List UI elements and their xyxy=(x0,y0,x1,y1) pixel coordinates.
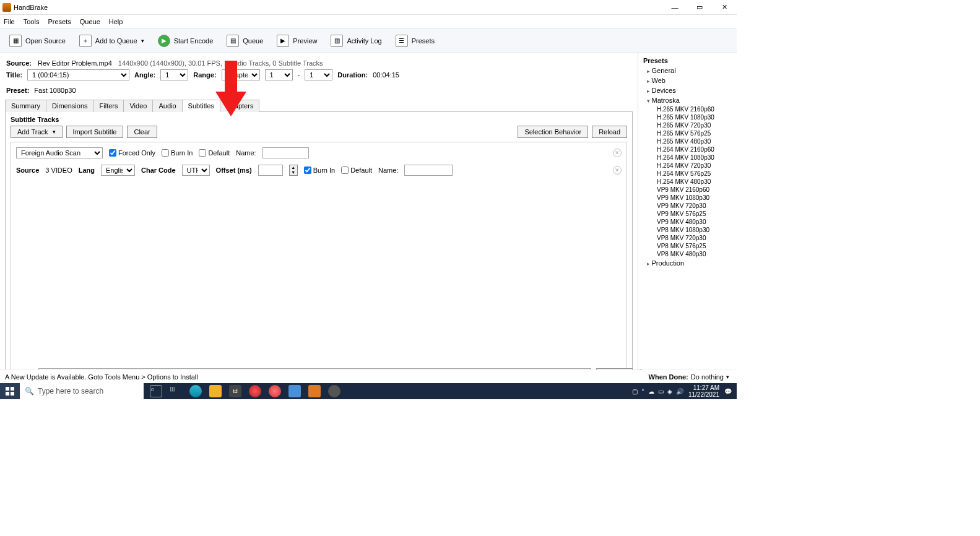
minimize-button[interactable]: — xyxy=(662,0,687,15)
app-icon-4[interactable] xyxy=(308,385,321,397)
when-done[interactable]: When Done: Do nothing ▾ xyxy=(649,373,729,381)
preset-group-production[interactable]: Production xyxy=(641,258,734,268)
wifi-icon[interactable]: ◈ xyxy=(667,388,672,395)
titlebar: HandBrake — ▭ ✕ xyxy=(0,0,737,15)
app-icon-1[interactable] xyxy=(249,385,261,397)
add-track-button[interactable]: Add Track xyxy=(11,126,63,138)
tab-audio[interactable]: Audio xyxy=(152,100,182,112)
tray-chevron-icon[interactable]: ˄ xyxy=(641,388,644,395)
preset-item[interactable]: VP9 MKV 720p30 xyxy=(641,202,734,210)
default-checkbox-1[interactable]: Default xyxy=(199,149,230,157)
preset-item[interactable]: H.265 MKV 2160p60 xyxy=(641,105,734,113)
preset-item[interactable]: H.264 MKV 1080p30 xyxy=(641,153,734,162)
edge-icon[interactable] xyxy=(189,385,202,397)
burn-in-checkbox-2[interactable]: Burn In xyxy=(304,166,335,174)
tab-video[interactable]: Video xyxy=(123,100,153,112)
taskbar-clock[interactable]: 11:27 AM 11/22/2021 xyxy=(688,384,719,398)
delete-track-button-2[interactable]: ✕ xyxy=(613,166,622,175)
preset-item[interactable]: VP9 MKV 1080p30 xyxy=(641,194,734,202)
forced-only-checkbox[interactable]: Forced Only xyxy=(109,149,155,157)
add-to-queue-button[interactable]: ＋ Add to Queue ▾ xyxy=(74,32,150,50)
preset-item[interactable]: H.264 MKV 2160p60 xyxy=(641,145,734,153)
add-queue-icon: ＋ xyxy=(79,35,92,47)
range-type-select[interactable]: Chapters xyxy=(222,69,260,80)
cloud-icon[interactable]: ☁ xyxy=(648,388,654,395)
tab-summary[interactable]: Summary xyxy=(5,100,46,112)
preset-item[interactable]: H.264 MKV 480p30 xyxy=(641,178,734,186)
notification-icon[interactable]: 💬 xyxy=(724,388,732,395)
svg-rect-3 xyxy=(11,392,14,396)
source-value-2: 3 VIDEO xyxy=(45,166,72,174)
title-select[interactable]: 1 (00:04:15) xyxy=(27,69,129,80)
angle-select[interactable]: 1 xyxy=(160,69,188,80)
range-from-select[interactable]: 1 xyxy=(265,69,293,80)
app-icon-3[interactable] xyxy=(288,385,301,397)
menu-help[interactable]: Help xyxy=(109,18,123,25)
track-name-input-2[interactable] xyxy=(404,165,453,176)
maximize-button[interactable]: ▭ xyxy=(687,0,712,15)
preset-item[interactable]: VP9 MKV 2160p60 xyxy=(641,186,734,194)
close-window-button[interactable]: ✕ xyxy=(712,0,737,15)
windows-taskbar: 🔍 Type here to search ○ ⊞ td ▢ ˄ ☁ ▭ ◈ 🔊 xyxy=(0,383,737,399)
preset-item[interactable]: H.264 MKV 720p30 xyxy=(641,162,734,170)
tab-chapters[interactable]: Chapters xyxy=(220,100,260,112)
queue-button[interactable]: ▤ Queue xyxy=(221,32,269,50)
preset-item[interactable]: H.265 MKV 576p25 xyxy=(641,129,734,137)
tab-dimensions[interactable]: Dimensions xyxy=(46,100,93,112)
menu-presets[interactable]: Presets xyxy=(48,18,71,25)
preset-item[interactable]: VP8 MKV 1080p30 xyxy=(641,226,734,234)
tray-overflow-icon[interactable]: ▢ xyxy=(632,388,638,395)
clear-button[interactable]: Clear xyxy=(127,126,157,138)
preset-item[interactable]: VP8 MKV 480p30 xyxy=(641,250,734,258)
preset-item[interactable]: VP8 MKV 720p30 xyxy=(641,234,734,242)
task-view-icon[interactable]: ○ xyxy=(150,385,162,397)
offset-stepper[interactable]: ▲▼ xyxy=(289,165,298,176)
delete-track-button-1[interactable]: ✕ xyxy=(613,149,622,157)
range-to-select[interactable]: 1 xyxy=(305,69,332,80)
tab-filters[interactable]: Filters xyxy=(93,100,124,112)
menu-tools[interactable]: Tools xyxy=(24,18,40,25)
source-file: Rev Editor Problem.mp4 xyxy=(38,59,112,67)
open-source-button[interactable]: ▦ Open Source xyxy=(4,32,71,50)
preset-item[interactable]: VP9 MKV 480p30 xyxy=(641,218,734,226)
lang-select[interactable]: English xyxy=(101,165,135,176)
queue-icon: ▤ xyxy=(227,35,239,47)
preset-item[interactable]: H.265 MKV 1080p30 xyxy=(641,113,734,121)
burn-in-checkbox-1[interactable]: Burn In xyxy=(162,149,193,157)
selection-behavior-button[interactable]: Selection Behavior xyxy=(518,126,588,138)
preset-item[interactable]: H.264 MKV 576p25 xyxy=(641,170,734,178)
preview-button[interactable]: ▶ Preview xyxy=(271,32,323,50)
charcode-select[interactable]: UTF-8 xyxy=(182,165,210,176)
preset-group-web[interactable]: Web xyxy=(641,76,734,85)
track-name-input-1[interactable] xyxy=(262,147,309,158)
preset-item[interactable]: VP9 MKV 576p25 xyxy=(641,210,734,218)
start-button[interactable] xyxy=(0,383,20,399)
battery-icon[interactable]: ▭ xyxy=(658,388,664,395)
activity-log-button[interactable]: ▥ Activity Log xyxy=(325,32,387,50)
presets-button[interactable]: ☰ Presets xyxy=(390,32,440,50)
menu-queue[interactable]: Queue xyxy=(80,18,100,25)
cortana-icon[interactable]: ⊞ xyxy=(170,385,182,397)
preset-item[interactable]: H.265 MKV 480p30 xyxy=(641,137,734,145)
preset-group-general[interactable]: General xyxy=(641,66,734,76)
app-icon-td[interactable]: td xyxy=(229,385,241,397)
track-source-select[interactable]: Foreign Audio Scan xyxy=(16,147,103,158)
chevron-down-icon: ▾ xyxy=(141,38,144,44)
preset-group-devices[interactable]: Devices xyxy=(641,85,734,95)
taskbar-search[interactable]: 🔍 Type here to search xyxy=(20,383,144,399)
app-icon-2[interactable] xyxy=(269,385,281,397)
app-icon-5[interactable] xyxy=(328,385,340,397)
preset-item[interactable]: VP8 MKV 576p25 xyxy=(641,242,734,250)
subtitle-track-row: Source 3 VIDEO Lang English Char Code UT… xyxy=(16,165,622,176)
offset-input[interactable] xyxy=(258,165,283,176)
start-encode-button[interactable]: ▶ Start Encode xyxy=(152,32,219,50)
volume-icon[interactable]: 🔊 xyxy=(676,388,683,395)
import-subtitle-button[interactable]: Import Subtitle xyxy=(66,126,124,138)
explorer-icon[interactable] xyxy=(209,385,222,397)
default-checkbox-2[interactable]: Default xyxy=(341,166,372,174)
menu-file[interactable]: File xyxy=(4,18,15,25)
reload-button[interactable]: Reload xyxy=(592,126,627,138)
tab-subtitles[interactable]: Subtitles xyxy=(182,100,220,112)
preset-group-matroska[interactable]: Matroska xyxy=(641,95,734,105)
preset-item[interactable]: H.265 MKV 720p30 xyxy=(641,121,734,129)
